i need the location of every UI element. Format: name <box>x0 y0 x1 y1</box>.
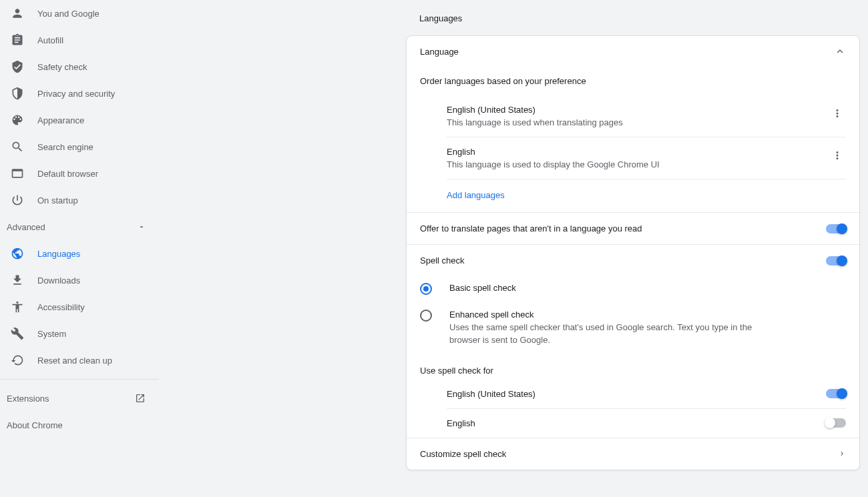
sidebar-item-label: Reset and clean up <box>37 356 112 366</box>
radio-enhanced-desc: Uses the same spell checker that's used … <box>449 322 756 347</box>
more-vert-icon <box>831 107 843 119</box>
chevron-right-icon <box>838 450 846 458</box>
person-icon <box>11 7 24 20</box>
sidebar-item-on-startup[interactable]: On startup <box>0 187 159 213</box>
restore-icon <box>11 354 24 367</box>
sidebar-item-downloads[interactable]: Downloads <box>0 267 159 294</box>
translate-offer-row: Offer to translate pages that aren't in … <box>407 213 859 244</box>
radio-enhanced[interactable] <box>420 310 433 323</box>
add-languages-link[interactable]: Add languages <box>407 179 859 212</box>
chevron-up-icon <box>138 223 146 231</box>
radio-basic-title: Basic spell check <box>449 283 516 293</box>
translate-offer-label: Offer to translate pages that aren't in … <box>420 223 642 233</box>
sidebar-item-privacy-security[interactable]: Privacy and security <box>0 80 159 107</box>
sidebar-item-label: Search engine <box>37 142 93 152</box>
radio-enhanced-title: Enhanced spell check <box>449 310 756 320</box>
languages-card: Language Order languages based on your p… <box>406 35 860 470</box>
language-row: English This language is used to display… <box>447 137 846 179</box>
divider <box>0 379 159 380</box>
language-row: English (United States) This language is… <box>447 95 846 137</box>
spellcheck-lang-toggle[interactable] <box>826 418 846 428</box>
sidebar-item-label: You and Google <box>37 9 99 19</box>
sidebar: You and Google Autofill Safety check Pri… <box>0 0 159 497</box>
radio-basic[interactable] <box>420 283 433 296</box>
globe-icon <box>11 247 24 260</box>
spellcheck-enhanced-row[interactable]: Enhanced spell check Uses the same spell… <box>407 303 859 354</box>
language-section-header[interactable]: Language <box>407 36 859 67</box>
extensions-label: Extensions <box>7 394 49 404</box>
sidebar-item-reset-cleanup[interactable]: Reset and clean up <box>0 347 159 374</box>
sidebar-item-label: Downloads <box>37 276 80 286</box>
about-label: About Chrome <box>7 420 63 430</box>
order-hint: Order languages based on your preference <box>407 67 859 95</box>
language-more-button[interactable] <box>829 147 846 164</box>
sidebar-item-you-and-google[interactable]: You and Google <box>0 0 159 27</box>
sidebar-item-autofill[interactable]: Autofill <box>0 27 159 53</box>
download-icon <box>11 274 24 287</box>
language-heading: Language <box>420 47 459 57</box>
sidebar-item-accessibility[interactable]: Accessibility <box>0 294 159 320</box>
shield-check-icon <box>11 60 24 73</box>
more-vert-icon <box>831 149 843 161</box>
sidebar-item-default-browser[interactable]: Default browser <box>0 160 159 187</box>
sidebar-item-search-engine[interactable]: Search engine <box>0 133 159 160</box>
accessibility-icon <box>11 300 24 314</box>
sidebar-item-extensions[interactable]: Extensions <box>0 385 159 412</box>
spellcheck-lang-name: English (United States) <box>447 389 535 399</box>
chevron-up-icon <box>834 45 846 57</box>
search-icon <box>11 140 24 153</box>
open-in-new-icon <box>135 393 146 404</box>
sidebar-item-label: System <box>37 329 66 339</box>
sidebar-item-label: On startup <box>37 195 78 205</box>
spellcheck-lang-name: English <box>447 418 475 428</box>
language-more-button[interactable] <box>829 105 846 122</box>
sidebar-item-label: Autofill <box>37 35 63 45</box>
sidebar-item-label: Safety check <box>37 62 87 72</box>
spellcheck-lang-toggle[interactable] <box>826 389 846 398</box>
sidebar-item-label: Appearance <box>37 115 84 125</box>
spellcheck-basic-row[interactable]: Basic spell check <box>407 276 859 303</box>
translate-toggle[interactable] <box>826 224 846 233</box>
spellcheck-lang-row: English (United States) <box>447 380 846 409</box>
browser-window-icon <box>11 167 24 180</box>
language-name: English (United States) <box>447 105 829 115</box>
spellcheck-lang-row: English <box>447 409 846 438</box>
spellcheck-row: Spell check <box>407 245 859 276</box>
sidebar-item-label: Privacy and security <box>37 89 115 99</box>
clipboard-icon <box>11 33 24 47</box>
customize-spellcheck-row[interactable]: Customize spell check <box>407 438 859 470</box>
sidebar-item-safety-check[interactable]: Safety check <box>0 53 159 80</box>
language-desc: This language is used to display the Goo… <box>447 159 829 169</box>
use-for-title: Use spell check for <box>407 354 859 380</box>
spellcheck-label: Spell check <box>420 256 464 266</box>
sidebar-item-label: Default browser <box>37 169 98 179</box>
sidebar-advanced-label: Advanced <box>7 222 45 232</box>
sidebar-item-system[interactable]: System <box>0 320 159 347</box>
language-name: English <box>447 147 829 157</box>
sidebar-advanced-header[interactable]: Advanced <box>0 213 159 240</box>
wrench-icon <box>11 327 24 340</box>
language-desc: This language is used when translating p… <box>447 117 829 127</box>
sidebar-item-appearance[interactable]: Appearance <box>0 107 159 133</box>
sidebar-item-label: Accessibility <box>37 302 85 312</box>
shield-icon <box>11 87 24 100</box>
main-content: Languages Language Order languages based… <box>159 0 868 497</box>
sidebar-item-about-chrome[interactable]: About Chrome <box>0 412 159 438</box>
page-title: Languages <box>406 13 860 23</box>
sidebar-item-label: Languages <box>37 249 80 259</box>
sidebar-item-languages[interactable]: Languages <box>0 240 159 267</box>
spellcheck-toggle[interactable] <box>826 256 846 266</box>
power-icon <box>11 193 24 207</box>
customize-spellcheck-label: Customize spell check <box>420 449 506 459</box>
palette-icon <box>11 113 24 127</box>
